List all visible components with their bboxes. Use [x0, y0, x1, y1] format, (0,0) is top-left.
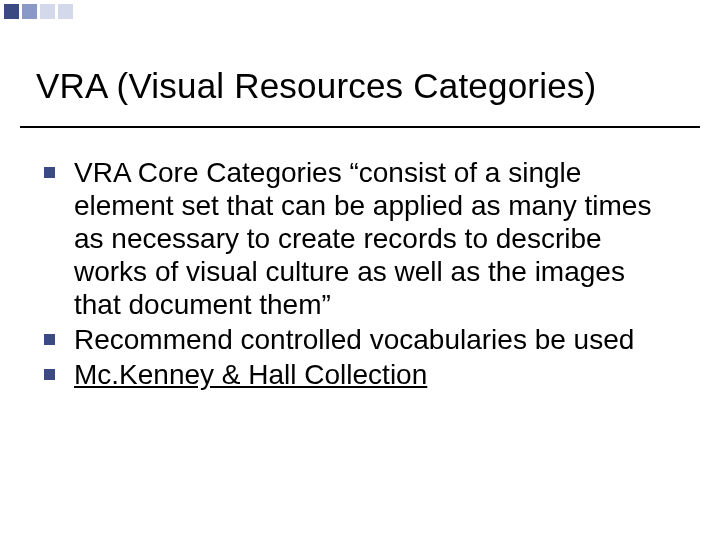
bullet-text: VRA Core Categories “consist of a single…	[74, 157, 651, 320]
list-item: Mc.Kenney & Hall Collection	[44, 358, 676, 391]
bullet-link[interactable]: Mc.Kenney & Hall Collection	[74, 359, 427, 390]
deco-square-icon	[58, 4, 73, 19]
list-item: VRA Core Categories “consist of a single…	[44, 156, 676, 321]
corner-decoration	[4, 4, 73, 19]
deco-square-icon	[4, 4, 19, 19]
deco-square-icon	[40, 4, 55, 19]
square-bullet-icon	[44, 369, 55, 380]
square-bullet-icon	[44, 334, 55, 345]
bullet-text: Recommend controlled vocabularies be use…	[74, 324, 634, 355]
slide: VRA (Visual Resources Categories) VRA Co…	[0, 0, 720, 540]
deco-square-icon	[22, 4, 37, 19]
title-underline	[20, 126, 700, 128]
list-item: Recommend controlled vocabularies be use…	[44, 323, 676, 356]
slide-body: VRA Core Categories “consist of a single…	[44, 156, 676, 393]
square-bullet-icon	[44, 167, 55, 178]
slide-title: VRA (Visual Resources Categories)	[36, 66, 684, 106]
